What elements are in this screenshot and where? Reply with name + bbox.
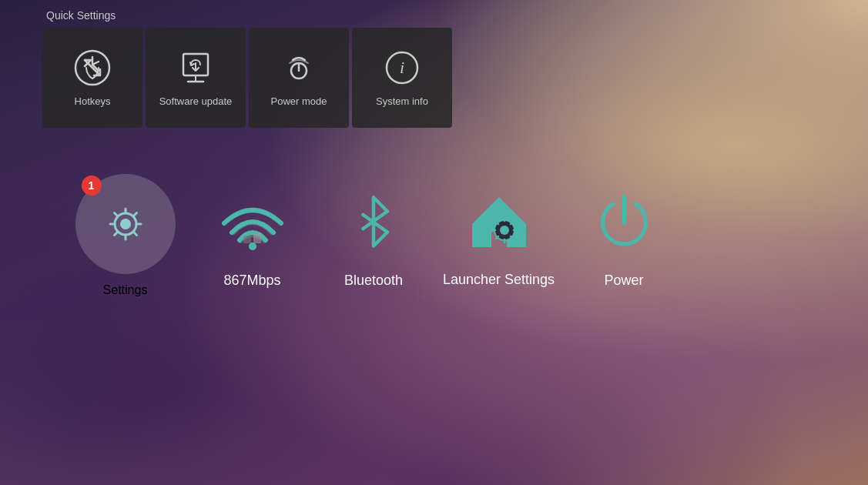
settings-circle: 1 <box>75 174 176 274</box>
power-mode-label: Power mode <box>271 95 327 108</box>
svg-line-12 <box>133 232 136 235</box>
launcher-settings-label: Launcher Settings <box>443 271 555 289</box>
power-mode-tile[interactable]: Power mode <box>249 28 349 128</box>
wifi-icon-wrap <box>214 183 291 260</box>
main-content: Quick Settings Hotkeys <box>0 0 868 297</box>
power-icon <box>592 189 657 254</box>
hotkeys-tile[interactable]: Hotkeys <box>42 28 142 128</box>
svg-line-13 <box>133 213 136 216</box>
bluetooth-label: Bluetooth <box>344 273 403 289</box>
settings-item[interactable]: 1 <box>58 174 193 297</box>
system-info-label: System info <box>376 95 428 108</box>
hotkeys-icon <box>72 48 112 88</box>
wifi-label: 867Mbps <box>223 273 280 289</box>
software-update-icon <box>176 48 216 88</box>
launcher-settings-icon-wrap <box>461 182 538 259</box>
bluetooth-item[interactable]: Bluetooth <box>312 183 435 289</box>
software-update-label: Software update <box>159 95 233 108</box>
settings-badge: 1 <box>82 176 102 196</box>
bluetooth-icon <box>347 187 400 256</box>
software-update-tile[interactable]: Software update <box>146 28 246 128</box>
settings-label-row: Settings <box>103 283 148 297</box>
quick-settings-title: Quick Settings <box>42 9 826 22</box>
svg-rect-17 <box>253 232 261 243</box>
svg-line-11 <box>114 213 117 216</box>
power-label: Power <box>604 273 643 289</box>
quick-settings-section: Quick Settings Hotkeys <box>42 9 826 128</box>
power-icon-wrap <box>585 183 662 260</box>
launcher-settings-item[interactable]: Launcher Settings <box>435 182 562 289</box>
svg-point-15 <box>249 242 256 250</box>
wifi-item[interactable]: 867Mbps <box>193 183 312 289</box>
settings-label: Settings <box>103 283 148 297</box>
wifi-icon <box>218 191 287 253</box>
launcher-settings-icon <box>464 186 534 255</box>
system-info-tile[interactable]: i System info <box>352 28 452 128</box>
main-icons-row: 1 <box>42 174 826 297</box>
svg-rect-16 <box>243 236 251 243</box>
power-item[interactable]: Power <box>562 183 685 289</box>
settings-icon <box>98 196 153 252</box>
svg-point-6 <box>120 219 131 229</box>
svg-line-14 <box>114 232 117 235</box>
bluetooth-icon-wrap <box>335 183 412 260</box>
hotkeys-label: Hotkeys <box>75 95 111 108</box>
system-info-icon: i <box>382 48 422 88</box>
quick-settings-row: Hotkeys Software update <box>42 28 826 128</box>
svg-text:i: i <box>400 58 404 77</box>
svg-point-19 <box>500 226 509 235</box>
power-mode-icon <box>279 48 319 88</box>
